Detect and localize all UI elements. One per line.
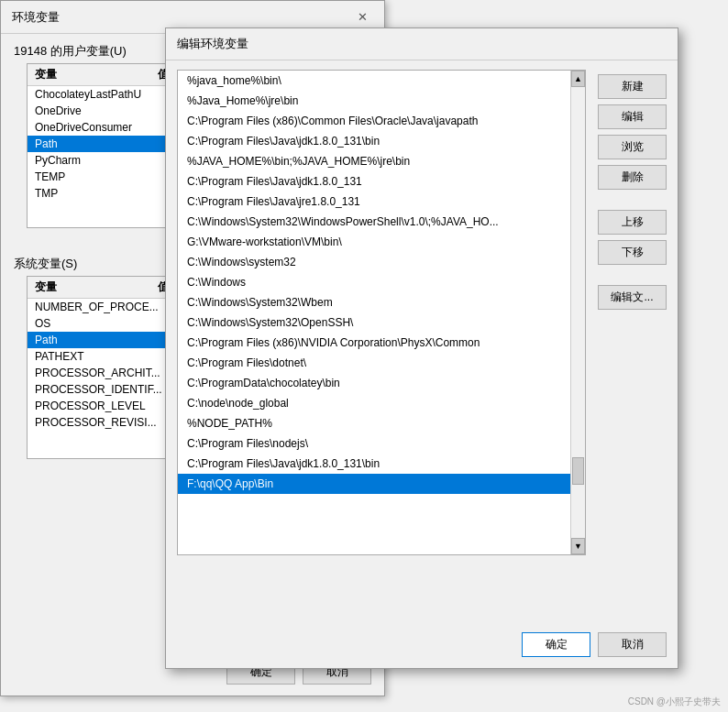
path-entry[interactable]: C:\Program Files\Java\jdk1.8.0_131\bin: [178, 454, 570, 474]
edit-path-list-container: %java_home%\bin\ %Java_Home%\jre\bin C:\…: [177, 70, 586, 555]
path-entry[interactable]: %JAVA_HOME%\bin;%JAVA_HOME%\jre\bin: [178, 151, 570, 171]
edit-dialog-titlebar: 编辑环境变量: [166, 28, 678, 60]
path-entry[interactable]: C:\Windows\system32: [178, 252, 570, 272]
edit-side-buttons: 新建 编辑 浏览 删除 上移 下移 编辑文...: [598, 74, 667, 310]
path-entry[interactable]: C:\Program Files\Java\jdk1.8.0_131\bin: [178, 131, 570, 151]
edit-bottom-buttons: 确定 取消: [522, 632, 667, 657]
scrollbar-thumb[interactable]: [572, 457, 584, 485]
path-entry[interactable]: C:\Program Files (x86)\NVIDIA Corporatio…: [178, 333, 570, 353]
path-entry[interactable]: C:\Program Files (x86)\Common Files\Orac…: [178, 111, 570, 131]
edit-dialog-title: 编辑环境变量: [177, 36, 248, 52]
watermark: CSDN @小熙子史带夫: [628, 696, 721, 708]
path-entry[interactable]: C:\Program Files\Java\jre1.8.0_131: [178, 192, 570, 212]
path-entry[interactable]: C:\Windows\System32\OpenSSH\: [178, 312, 570, 333]
path-entry[interactable]: %NODE_PATH%: [178, 413, 570, 433]
edit-ok-btn[interactable]: 确定: [522, 632, 590, 657]
scrollbar-up-btn[interactable]: ▲: [571, 71, 585, 87]
path-entry[interactable]: C:\Windows: [178, 272, 570, 292]
edit-edit-btn[interactable]: 编辑: [598, 104, 667, 129]
edit-path-list[interactable]: %java_home%\bin\ %Java_Home%\jre\bin C:\…: [178, 71, 570, 554]
edit-new-btn[interactable]: 新建: [598, 74, 667, 99]
path-entry[interactable]: %Java_Home%\jre\bin: [178, 91, 570, 111]
main-dialog-close-btn[interactable]: ✕: [352, 8, 373, 26]
edit-delete-btn[interactable]: 删除: [598, 165, 667, 190]
user-var-col-name: 变量: [35, 67, 158, 82]
path-entry[interactable]: C:\ProgramData\chocolatey\bin: [178, 373, 570, 393]
path-entry[interactable]: C:\Program Files\Java\jdk1.8.0_131: [178, 171, 570, 192]
edit-cancel-btn[interactable]: 取消: [598, 632, 667, 657]
env-dialog: 环境变量 ✕ 19148 的用户变量(U) 变量 值 ChocolateyLas…: [0, 0, 728, 712]
sys-var-col-name: 变量: [35, 279, 158, 295]
edit-list-scrollbar[interactable]: ▲ ▼: [570, 71, 585, 554]
edit-up-btn[interactable]: 上移: [598, 210, 667, 235]
path-entry[interactable]: C:\Program Files\dotnet\: [178, 353, 570, 373]
edit-down-btn[interactable]: 下移: [598, 240, 667, 265]
scrollbar-down-btn[interactable]: ▼: [571, 538, 585, 554]
edit-text-btn[interactable]: 编辑文...: [598, 285, 667, 310]
path-entry[interactable]: C:\Windows\System32\Wbem: [178, 292, 570, 312]
main-dialog-title: 环境变量: [12, 9, 60, 26]
edit-dialog: 编辑环境变量 %java_home%\bin\ %Java_Home%\jre\…: [165, 27, 678, 669]
edit-browse-btn[interactable]: 浏览: [598, 135, 667, 159]
path-entry[interactable]: G:\VMware-workstation\VM\bin\: [178, 232, 570, 252]
path-entry-selected[interactable]: F:\qq\QQ App\Bin: [178, 474, 570, 494]
path-entry[interactable]: C:\Program Files\nodejs\: [178, 433, 570, 454]
path-entry[interactable]: %java_home%\bin\: [178, 71, 570, 91]
path-entry[interactable]: C:\node\node_global: [178, 393, 570, 413]
path-entry[interactable]: C:\Windows\System32\WindowsPowerShell\v1…: [178, 212, 570, 232]
